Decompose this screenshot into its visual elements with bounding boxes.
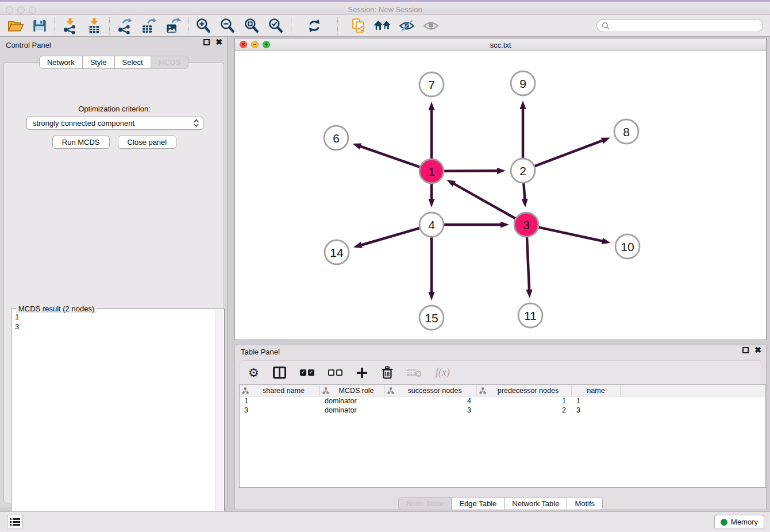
export-image-button[interactable]	[161, 17, 185, 35]
eye-icon	[422, 18, 440, 33]
edge-arrowhead-icon	[428, 292, 434, 300]
graph-node-label: 8	[623, 125, 630, 138]
mcds-result-title: MCDS result (2 nodes)	[16, 304, 97, 313]
optimization-criterion-select[interactable]: strongly connected component	[26, 117, 203, 130]
table-row[interactable]: 3dominator323	[240, 406, 765, 415]
result-scrollbar[interactable]	[215, 310, 224, 513]
function-builder-button[interactable]: f(x)	[436, 367, 450, 379]
toolbar-separator	[291, 17, 291, 34]
table-cell: 2	[477, 406, 572, 415]
control-panel: Control Panel ✖ Optimization criterion: …	[0, 37, 228, 507]
graph-edge-1-2[interactable]	[444, 171, 498, 171]
close-panel-button[interactable]: Close panel	[118, 136, 177, 149]
memory-button[interactable]: Memory	[714, 515, 764, 529]
graph-edge-3-11[interactable]	[527, 237, 529, 291]
import-table-button[interactable]	[82, 17, 106, 35]
columns-icon	[273, 367, 286, 379]
zoom-out-button[interactable]	[215, 17, 240, 35]
graph-node-label: 14	[330, 246, 344, 259]
status-bar: Memory	[0, 511, 770, 532]
export-table-button[interactable]	[137, 17, 161, 35]
tab-select[interactable]: Select	[114, 56, 151, 69]
table-body: 1dominator4113dominator323	[240, 396, 765, 415]
edge-arrowhead-icon	[352, 144, 361, 150]
network-file-button[interactable]	[346, 17, 371, 35]
import-network-button[interactable]	[58, 17, 82, 35]
checked-checkbox-icon: ✓	[300, 369, 306, 376]
table-panel-title: Table Panel	[241, 348, 280, 356]
select-all-rows-button[interactable]: ✓ ✓	[300, 369, 314, 376]
show-graphics-button[interactable]	[419, 17, 443, 35]
tab-node-table[interactable]: Node Table	[398, 497, 452, 510]
save-session-button[interactable]	[28, 17, 52, 35]
delete-column-button[interactable]	[382, 366, 393, 379]
tab-mcds[interactable]: MCDS	[151, 56, 188, 69]
app-title: Session: New Session	[0, 5, 770, 14]
run-mcds-button[interactable]: Run MCDS	[52, 136, 110, 149]
table-cell: 3	[385, 406, 477, 415]
tab-network[interactable]: Network	[39, 56, 83, 69]
column-header-label: name	[574, 387, 618, 395]
float-table-panel-icon[interactable]	[742, 347, 749, 353]
zoom-selected-button[interactable]	[264, 17, 288, 35]
column-header-label: shared name	[250, 387, 317, 395]
hide-graphics-button[interactable]	[395, 17, 419, 35]
tab-style[interactable]: Style	[82, 56, 115, 69]
table-row[interactable]: 1dominator411	[240, 396, 765, 406]
network-window-titlebar[interactable]: × − + scc.txt	[235, 38, 766, 51]
zoom-out-icon	[219, 17, 236, 34]
toolbar-separator	[337, 17, 338, 34]
edge-arrowhead-icon	[446, 180, 456, 187]
edge-arrowhead-icon	[428, 102, 434, 110]
tab-network-table[interactable]: Network Table	[504, 497, 567, 510]
open-folder-icon	[6, 18, 25, 34]
edge-arrowhead-icon	[500, 221, 509, 228]
column-header-shared-name[interactable]: shared name	[240, 385, 320, 396]
table-settings-button[interactable]: ⚙	[248, 366, 259, 380]
export-network-button[interactable]	[113, 17, 137, 35]
column-header-predecessor-nodes[interactable]: predecessor nodes	[477, 385, 572, 396]
float-panel-icon[interactable]	[203, 39, 210, 45]
home-button[interactable]	[371, 17, 395, 35]
mcds-result-text: 13	[15, 312, 19, 331]
graph-edge-3-1[interactable]	[453, 183, 515, 218]
delete-table-button[interactable]	[407, 368, 422, 377]
app-titlebar: Session: New Session	[0, 0, 770, 15]
table-cell: 3	[240, 406, 320, 415]
toolbar-separator	[55, 17, 55, 34]
graph-edge-2-3[interactable]	[523, 183, 525, 200]
column-header-successor-nodes[interactable]: successor nodes	[385, 385, 477, 396]
column-view-button[interactable]	[273, 367, 286, 379]
houses-icon	[374, 18, 392, 33]
export-table-icon	[140, 17, 157, 34]
edge-arrowhead-icon	[602, 238, 611, 244]
task-history-button[interactable]	[7, 515, 23, 529]
table-cell: dominator	[320, 406, 385, 415]
open-session-button[interactable]	[3, 17, 28, 35]
column-header-name[interactable]: name	[572, 385, 621, 396]
close-table-panel-icon[interactable]: ✖	[754, 347, 761, 353]
table-cell: dominator	[320, 396, 385, 406]
add-column-button[interactable]	[356, 367, 368, 379]
save-floppy-icon	[31, 18, 48, 34]
column-header-MCDS-role[interactable]: MCDS role	[320, 385, 385, 396]
network-canvas[interactable]: 7968124314101511	[235, 51, 766, 340]
graph-edge-4-14[interactable]	[360, 228, 419, 245]
deselect-all-rows-button[interactable]	[328, 369, 342, 376]
close-panel-icon[interactable]: ✖	[215, 39, 222, 45]
result-line: 3	[15, 322, 19, 331]
graph-edge-2-8[interactable]	[535, 140, 603, 166]
tab-motifs[interactable]: Motifs	[567, 497, 603, 510]
zoom-in-button[interactable]	[191, 17, 215, 35]
graph-node-label: 7	[428, 78, 435, 91]
graph-edge-3-10[interactable]	[539, 228, 603, 241]
search-input[interactable]	[596, 19, 763, 32]
refresh-network-button[interactable]	[302, 17, 326, 35]
network-view-title: scc.txt	[235, 41, 766, 49]
graph-node-label: 3	[523, 218, 530, 232]
zoom-fit-button[interactable]	[240, 17, 264, 35]
select-arrows-icon	[193, 119, 199, 128]
edge-arrowhead-icon	[601, 138, 610, 144]
tab-edge-table[interactable]: Edge Table	[451, 497, 505, 510]
graph-edge-1-6[interactable]	[360, 146, 420, 167]
